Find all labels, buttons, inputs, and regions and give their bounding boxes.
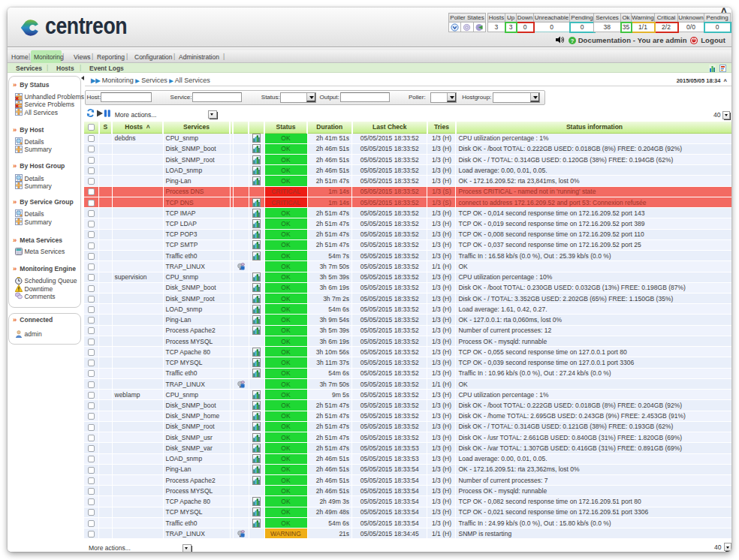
svg-text:?: ? xyxy=(571,37,575,44)
